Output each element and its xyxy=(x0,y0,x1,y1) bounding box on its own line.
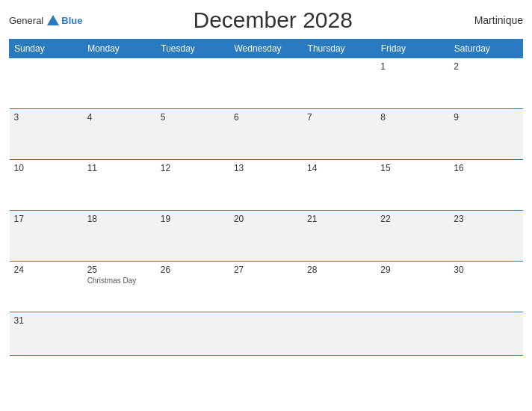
header-sunday: Sunday xyxy=(10,40,83,58)
week-row-4: 17181920212223 xyxy=(10,211,523,262)
cell-w4-d6: 30 xyxy=(449,262,522,312)
day-number: 1 xyxy=(380,61,445,72)
day-number: 7 xyxy=(307,112,371,123)
day-number: 10 xyxy=(14,163,78,173)
day-number: 12 xyxy=(161,163,225,173)
calendar-header: General Blue December 2028 Martinique xyxy=(9,7,523,33)
cell-w5-d2 xyxy=(156,312,229,356)
cell-w3-d5: 22 xyxy=(376,211,449,262)
week-row-1: 12 xyxy=(10,58,523,109)
day-number: 3 xyxy=(14,112,78,123)
day-number: 5 xyxy=(161,112,225,123)
cell-w5-d3 xyxy=(229,312,303,356)
header-saturday: Saturday xyxy=(449,40,522,58)
day-number: 30 xyxy=(454,265,518,275)
cell-w1-d3: 6 xyxy=(229,109,303,160)
day-number: 21 xyxy=(307,214,371,224)
day-number: 16 xyxy=(454,163,518,173)
header-wednesday: Wednesday xyxy=(229,40,303,58)
header-tuesday: Tuesday xyxy=(156,40,229,58)
month-title: December 2028 xyxy=(82,7,463,33)
cell-w1-d6: 9 xyxy=(449,109,522,160)
cell-w4-d4: 28 xyxy=(303,262,376,312)
week-row-2: 3456789 xyxy=(10,109,523,160)
day-number: 6 xyxy=(234,112,298,123)
day-number: 2 xyxy=(454,61,518,72)
cell-w1-d5: 8 xyxy=(376,109,449,160)
cell-w5-d6 xyxy=(449,312,522,356)
cell-w2-d5: 15 xyxy=(376,160,449,211)
logo-general: General xyxy=(9,15,43,26)
cell-w5-d4 xyxy=(303,312,376,356)
cell-w2-d0: 10 xyxy=(10,160,83,211)
header-thursday: Thursday xyxy=(303,40,376,58)
logo-triangle-icon xyxy=(47,15,59,25)
calendar-table: Sunday Monday Tuesday Wednesday Thursday… xyxy=(9,39,523,356)
cell-w4-d5: 29 xyxy=(376,262,449,312)
cell-w4-d0: 24 xyxy=(10,262,83,312)
day-number: 27 xyxy=(234,265,298,275)
week-row-5: 2425Christmas Day2627282930 xyxy=(10,262,523,312)
cell-w4-d1: 25Christmas Day xyxy=(83,262,156,312)
cell-w0-d0 xyxy=(10,58,83,109)
cell-w0-d4 xyxy=(303,58,376,109)
cell-w0-d3 xyxy=(229,58,303,109)
day-number: 20 xyxy=(234,214,298,224)
cell-w5-d1 xyxy=(83,312,156,356)
cell-w2-d4: 14 xyxy=(303,160,376,211)
cell-w0-d1 xyxy=(83,58,156,109)
day-number: 25 xyxy=(87,265,152,275)
day-number: 15 xyxy=(380,163,445,173)
cell-w4-d3: 27 xyxy=(229,262,303,312)
region-label: Martinique xyxy=(463,14,523,26)
day-number: 26 xyxy=(161,265,225,275)
cell-w5-d0: 31 xyxy=(10,312,83,356)
cell-w3-d6: 23 xyxy=(449,211,522,262)
cell-w3-d0: 17 xyxy=(10,211,83,262)
cell-w2-d6: 16 xyxy=(449,160,522,211)
cell-w1-d4: 7 xyxy=(303,109,376,160)
cell-w0-d2 xyxy=(156,58,229,109)
day-number: 4 xyxy=(87,112,152,123)
day-number: 11 xyxy=(87,163,152,173)
day-number: 9 xyxy=(454,112,518,123)
day-number: 17 xyxy=(14,214,78,224)
day-number: 24 xyxy=(14,265,78,275)
cell-w3-d3: 20 xyxy=(229,211,303,262)
cell-w3-d4: 21 xyxy=(303,211,376,262)
holiday-label: Christmas Day xyxy=(87,276,152,285)
week-row-3: 10111213141516 xyxy=(10,160,523,211)
cell-w1-d1: 4 xyxy=(83,109,156,160)
cell-w0-d6: 2 xyxy=(449,58,522,109)
cell-w2-d1: 11 xyxy=(83,160,156,211)
cell-w0-d5: 1 xyxy=(376,58,449,109)
day-number: 31 xyxy=(14,315,78,326)
day-number: 23 xyxy=(454,214,518,224)
logo-blue: Blue xyxy=(61,15,82,26)
header-monday: Monday xyxy=(83,40,156,58)
cell-w3-d1: 18 xyxy=(83,211,156,262)
calendar-container: General Blue December 2028 Martinique Su… xyxy=(0,0,532,411)
header-friday: Friday xyxy=(376,40,449,58)
cell-w1-d2: 5 xyxy=(156,109,229,160)
day-number: 22 xyxy=(380,214,445,224)
cell-w5-d5 xyxy=(376,312,449,356)
cell-w4-d2: 26 xyxy=(156,262,229,312)
day-number: 8 xyxy=(380,112,445,123)
day-number: 14 xyxy=(307,163,371,173)
cell-w3-d2: 19 xyxy=(156,211,229,262)
day-number: 28 xyxy=(307,265,371,275)
day-number: 29 xyxy=(380,265,445,275)
week-row-6: 31 xyxy=(10,312,523,356)
day-number: 18 xyxy=(87,214,152,224)
days-header-row: Sunday Monday Tuesday Wednesday Thursday… xyxy=(10,40,523,58)
logo: General Blue xyxy=(9,15,82,26)
day-number: 19 xyxy=(161,214,225,224)
cell-w2-d3: 13 xyxy=(229,160,303,211)
day-number: 13 xyxy=(234,163,298,173)
cell-w1-d0: 3 xyxy=(10,109,83,160)
cell-w2-d2: 12 xyxy=(156,160,229,211)
